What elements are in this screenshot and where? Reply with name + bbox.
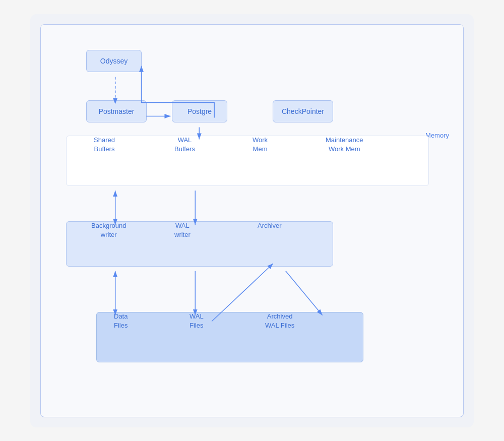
archiver-label: Archiver <box>258 221 282 230</box>
svg-line-9 <box>286 271 323 315</box>
wal-files-label: WALFiles <box>190 312 204 330</box>
wal-buffers-label: WALBuffers <box>174 136 195 154</box>
odyssey-label: Odyssey <box>100 57 128 65</box>
memory-panel <box>66 136 429 186</box>
odyssey-box: Odyssey <box>86 50 142 72</box>
shared-buffers-label: SharedBuffers <box>94 136 115 154</box>
postgre-box: Postgre <box>172 100 227 122</box>
memory-label: Memory <box>425 132 449 139</box>
data-files-label: DataFiles <box>114 312 128 330</box>
archived-wal-files-label: ArchivedWAL Files <box>265 312 294 330</box>
work-mem-label: WorkMem <box>253 136 268 154</box>
postgre-label: Postgre <box>187 107 212 115</box>
checkpointer-label: CheckPointer <box>282 107 324 115</box>
checkpointer-box: CheckPointer <box>273 100 333 122</box>
wal-writer-label: WALwriter <box>174 221 191 239</box>
postmaster-box: Postmaster <box>86 100 147 122</box>
maintenance-work-mem-label: MaintenanceWork Mem <box>326 136 363 154</box>
storage-panel <box>96 312 363 362</box>
inner-container: Odyssey Postmaster Postgre CheckPointer … <box>40 24 464 417</box>
postmaster-label: Postmaster <box>99 107 135 115</box>
outer-container: Server Odyssey Postmaster Postgre CheckP… <box>30 14 474 427</box>
background-writer-label: Backgroundwriter <box>91 221 126 239</box>
